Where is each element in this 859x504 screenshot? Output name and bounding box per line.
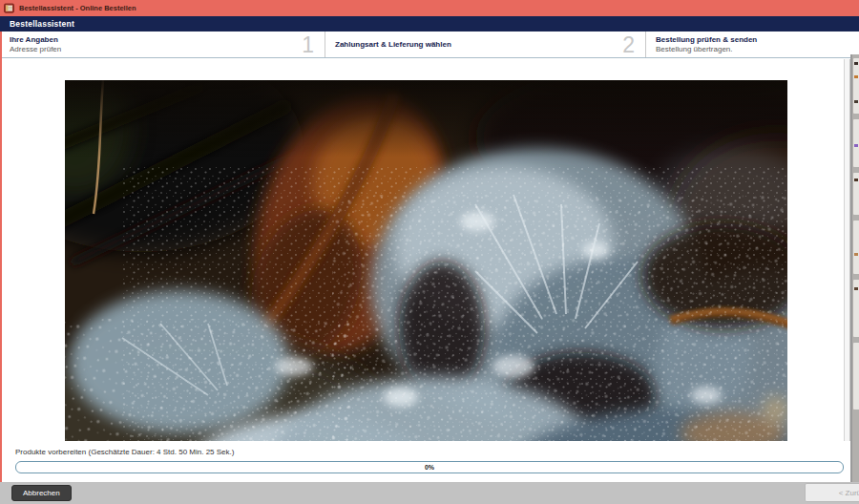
wizard-step-3: Bestellung prüfen & senden Bestellung üb… — [645, 32, 859, 57]
sliver-item — [853, 119, 859, 167]
sliver-mark — [854, 287, 858, 290]
sliver-mark — [854, 144, 858, 147]
window-titlebar[interactable]: Bestellassistent - Online Bestellen — [0, 0, 859, 16]
sliver-item — [853, 280, 859, 337]
progress-bar: 0% — [15, 461, 844, 473]
step-number-1: 1 — [302, 32, 317, 58]
app-icon — [4, 3, 14, 13]
sliver-item — [853, 58, 859, 114]
back-button[interactable]: < Zurück — [805, 483, 859, 502]
sliver-item — [853, 343, 859, 410]
wizard-step-1: Ihre Angaben Adresse prüfen 1 — [0, 32, 325, 57]
window-title: Bestellassistent - Online Bestellen — [19, 4, 136, 12]
assistant-header: Bestellassistent — [0, 16, 859, 32]
cancel-button[interactable]: Abbrechen — [11, 485, 72, 501]
sliver-mark — [854, 253, 858, 256]
sliver-mark — [854, 62, 858, 65]
sliver-item — [853, 173, 859, 215]
step-3-title: Bestellung prüfen & senden — [656, 35, 757, 45]
sliver-mark — [854, 178, 858, 181]
vertical-scrollbar[interactable] — [844, 59, 850, 441]
background-window-sliver — [852, 54, 859, 482]
wizard-step-bar: Ihre Angaben Adresse prüfen 1 Zahlungsar… — [0, 32, 859, 58]
progress-percent-label: 0% — [16, 462, 843, 472]
footer-bar: Abbrechen < Zurück — [0, 482, 859, 504]
sliver-mark — [854, 75, 858, 78]
step-3-subtitle: Bestellung übertragen. — [656, 45, 757, 54]
progress-zone: Produkte vorbereiten (Geschätzte Dauer: … — [2, 441, 850, 482]
sliver-item — [853, 220, 859, 274]
assistant-header-title: Bestellassistent — [10, 19, 74, 29]
step-2-title: Zahlungsart & Lieferung wählen — [335, 40, 451, 50]
step-1-title: Ihre Angaben — [10, 35, 61, 45]
sliver-mark — [854, 100, 858, 103]
content-area — [2, 59, 844, 441]
wizard-step-2: Zahlungsart & Lieferung wählen 2 — [325, 32, 645, 57]
step-number-2: 2 — [622, 32, 638, 58]
frosted-leaves-photo — [65, 80, 787, 441]
progress-status-text: Produkte vorbereiten (Geschätzte Dauer: … — [15, 448, 234, 456]
step-1-subtitle: Adresse prüfen — [10, 45, 61, 54]
